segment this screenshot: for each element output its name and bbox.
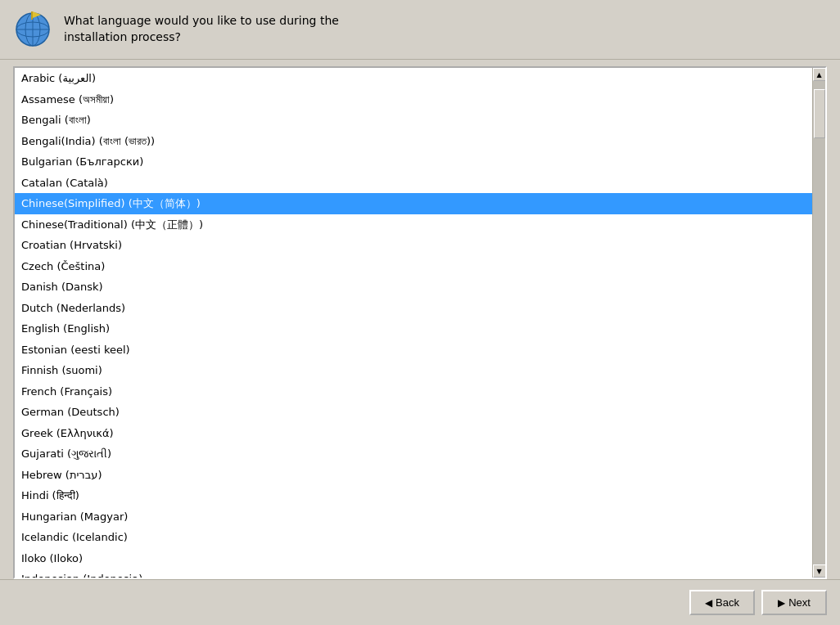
language-item-danish[interactable]: Danish (Dansk) xyxy=(15,277,812,298)
language-item-english[interactable]: English (English) xyxy=(15,318,812,339)
header: What language would you like to use duri… xyxy=(0,0,840,60)
scroll-down-button[interactable]: ▼ xyxy=(813,564,826,578)
scrollbar[interactable]: ▲ ▼ xyxy=(812,68,825,578)
scrollbar-thumb[interactable] xyxy=(814,89,825,138)
language-item-assamese[interactable]: Assamese (অসমীয়া) xyxy=(15,89,812,110)
next-label: Next xyxy=(788,596,811,609)
language-list[interactable]: Arabic (العربية)Assamese (অসমীয়া)Bengal… xyxy=(15,68,812,578)
scroll-up-button[interactable]: ▲ xyxy=(813,68,826,81)
language-item-iloko[interactable]: Iloko (Iloko) xyxy=(15,548,812,569)
language-item-indonesian[interactable]: Indonesian (Indonesia) xyxy=(15,569,812,578)
language-item-hindi[interactable]: Hindi (हिन्दी) xyxy=(15,485,812,506)
language-item-dutch[interactable]: Dutch (Nederlands) xyxy=(15,298,812,319)
language-item-estonian[interactable]: Estonian (eesti keel) xyxy=(15,339,812,361)
language-item-czech[interactable]: Czech (Čeština) xyxy=(15,256,812,277)
globe-icon xyxy=(13,10,52,49)
back-icon: ◀ xyxy=(705,597,712,609)
header-title: What language would you like to use duri… xyxy=(64,13,339,45)
language-item-croatian[interactable]: Croatian (Hrvatski) xyxy=(15,235,812,256)
language-item-catalan[interactable]: Catalan (Català) xyxy=(15,173,812,194)
language-item-greek[interactable]: Greek (Ελληνικά) xyxy=(15,423,812,444)
language-item-finnish[interactable]: Finnish (suomi) xyxy=(15,360,812,381)
language-item-bulgarian[interactable]: Bulgarian (Български) xyxy=(15,151,812,173)
back-button[interactable]: ◀ Back xyxy=(689,590,755,615)
svg-rect-5 xyxy=(31,11,33,20)
next-icon: ▶ xyxy=(778,597,785,609)
language-item-hungarian[interactable]: Hungarian (Magyar) xyxy=(15,506,812,528)
language-item-gujarati[interactable]: Gujarati (ગુજરાતી) xyxy=(15,443,812,465)
language-item-german[interactable]: German (Deutsch) xyxy=(15,402,812,423)
language-item-bengali[interactable]: Bengali (বাংলা) xyxy=(15,110,812,131)
language-list-container: Arabic (العربية)Assamese (অসমীয়া)Bengal… xyxy=(13,66,827,579)
language-item-icelandic[interactable]: Icelandic (Icelandic) xyxy=(15,527,812,548)
language-item-arabic[interactable]: Arabic (العربية) xyxy=(15,68,812,89)
language-item-hebrew[interactable]: Hebrew (עברית) xyxy=(15,465,812,486)
scrollbar-track-area[interactable] xyxy=(813,81,825,564)
language-item-chinese-traditional[interactable]: Chinese(Traditional) (中文（正體）) xyxy=(15,214,812,236)
footer: ◀ Back ▶ Next xyxy=(0,579,840,625)
language-item-bengali-india[interactable]: Bengali(India) (বাংলা (ভারত)) xyxy=(15,131,812,152)
language-item-chinese-simplified[interactable]: Chinese(Simplified) (中文（简体）) xyxy=(15,193,812,214)
next-button[interactable]: ▶ Next xyxy=(761,590,827,615)
language-item-french[interactable]: French (Français) xyxy=(15,381,812,402)
back-label: Back xyxy=(716,596,739,609)
main-content: Arabic (العربية)Assamese (অসমীয়া)Bengal… xyxy=(0,60,840,579)
